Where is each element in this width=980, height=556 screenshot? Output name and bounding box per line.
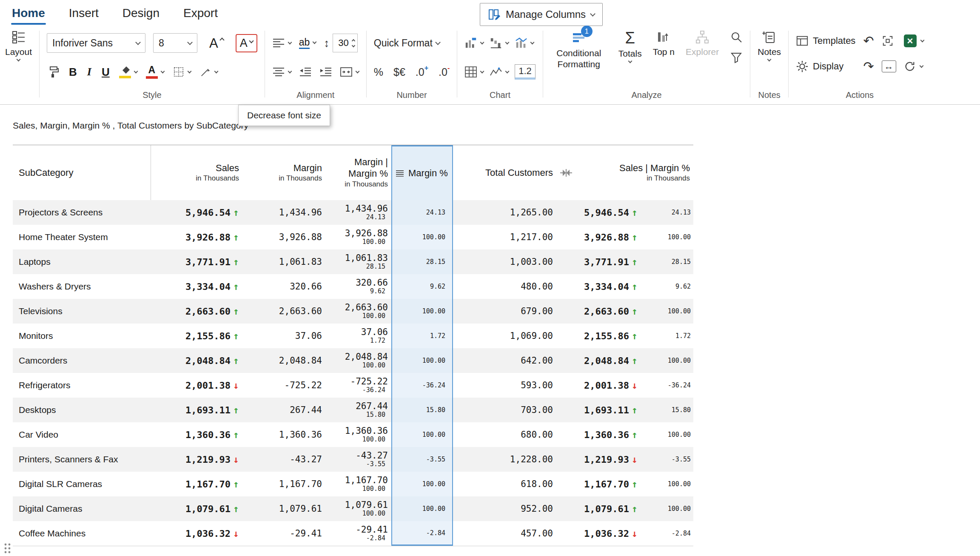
subcategory-cell[interactable]: Car Video xyxy=(13,422,151,447)
fit-width-icon[interactable] xyxy=(882,60,896,72)
stepper-down-icon[interactable] xyxy=(352,43,355,47)
tab-insert[interactable]: Insert xyxy=(68,6,100,21)
sales-combo-cell[interactable]: 3,926.88↑ 100.00 xyxy=(566,225,693,249)
totals-button[interactable]: Σ Totals xyxy=(618,30,642,63)
margin-pct-cell[interactable]: 100.00 xyxy=(391,422,453,447)
margin-combo-cell[interactable]: 1,360.36 100.00 xyxy=(325,422,391,447)
templates-button[interactable]: Templates xyxy=(796,30,855,52)
collapse-columns-icon[interactable] xyxy=(560,169,572,177)
waterfall-chart-button[interactable] xyxy=(490,37,509,49)
table-view-button[interactable] xyxy=(464,66,484,78)
sales-cell[interactable]: 3,926.88↑ xyxy=(151,225,242,249)
sales-combo-cell[interactable]: 1,079.61↑ 100.00 xyxy=(566,496,693,521)
total-customers-cell[interactable]: 1,265.00 xyxy=(453,200,566,225)
subcategory-cell[interactable]: Printers, Scanners & Fax xyxy=(13,447,151,472)
redo-icon[interactable] xyxy=(863,60,874,73)
export-excel-button[interactable] xyxy=(904,30,924,52)
sales-combo-cell[interactable]: 5,946.54↑ 24.13 xyxy=(566,200,693,225)
diagonal-line-button[interactable] xyxy=(199,66,218,78)
vertical-align-button[interactable] xyxy=(272,67,291,77)
font-family-select[interactable]: Inforiver Sans xyxy=(47,33,145,53)
percent-format-button[interactable]: % xyxy=(374,66,383,78)
total-customers-cell[interactable]: 1,003.00 xyxy=(453,249,566,274)
margin-pct-cell[interactable]: 100.00 xyxy=(391,472,453,496)
bar-chart-button[interactable] xyxy=(464,37,484,49)
sales-combo-cell[interactable]: 2,663.60↑ 100.00 xyxy=(566,299,693,324)
sales-cell[interactable]: 2,155.86↑ xyxy=(151,324,242,348)
currency-format-button[interactable]: $€ xyxy=(393,66,405,78)
margin-combo-cell[interactable]: 2,663.60 100.00 xyxy=(325,299,391,324)
subcategory-cell[interactable]: Televisions xyxy=(13,299,151,324)
table-row[interactable]: Laptops 3,771.91↑ 1,061.83 1,061.83 28.1… xyxy=(13,249,693,274)
subcategory-cell[interactable]: Monitors xyxy=(13,324,151,348)
sales-combo-cell[interactable]: 2,001.38↓ -36.24 xyxy=(566,373,693,398)
row-height-input[interactable]: 30 xyxy=(333,34,357,52)
stepper-up-icon[interactable] xyxy=(352,39,355,42)
margin-pct-cell[interactable]: 15.80 xyxy=(391,398,453,422)
sales-combo-cell[interactable]: 3,771.91↑ 28.15 xyxy=(566,249,693,274)
decimal-format-button[interactable]: 1.2 xyxy=(515,64,536,80)
layout-button[interactable]: Layout xyxy=(5,30,32,61)
row-height-control[interactable]: 30 xyxy=(324,34,357,52)
highlight-color-button[interactable] xyxy=(119,66,137,78)
column-menu-icon[interactable] xyxy=(396,170,404,177)
margin-pct-cell[interactable]: 100.00 xyxy=(391,225,453,249)
total-customers-cell[interactable]: 618.00 xyxy=(453,472,566,496)
table-row[interactable]: Projectors & Screens 5,946.54↑ 1,434.96 … xyxy=(13,200,693,225)
sales-combo-cell[interactable]: 1,167.70↑ 100.00 xyxy=(566,472,693,496)
decrease-indent-icon[interactable] xyxy=(299,67,312,77)
sales-cell[interactable]: 3,334.04↑ xyxy=(151,274,242,299)
total-customers-cell[interactable]: 703.00 xyxy=(453,398,566,422)
subcategory-cell[interactable]: Desktops xyxy=(13,398,151,422)
total-customers-cell[interactable]: 642.00 xyxy=(453,348,566,373)
decrease-decimal-button[interactable]: .0- xyxy=(439,66,450,78)
margin-cell[interactable]: 1,061.83 xyxy=(242,249,325,274)
sales-combo-cell[interactable]: 1,360.36↑ 100.00 xyxy=(566,422,693,447)
margin-combo-cell[interactable]: 3,926.88 100.00 xyxy=(325,225,391,249)
wrap-text-button[interactable]: ab xyxy=(299,37,316,49)
sales-combo-cell[interactable]: 1,219.93↓ -3.55 xyxy=(566,447,693,472)
sales-combo-cell[interactable]: 1,693.11↑ 15.80 xyxy=(566,398,693,422)
table-row[interactable]: Monitors 2,155.86↑ 37.06 37.06 1.72 1.72… xyxy=(13,324,693,348)
margin-pct-cell[interactable]: -3.55 xyxy=(391,447,453,472)
column-header-total-customers[interactable]: Total Customers xyxy=(453,145,566,200)
margin-pct-cell[interactable]: 9.62 xyxy=(391,274,453,299)
total-customers-cell[interactable]: 457.00 xyxy=(453,521,566,546)
margin-cell[interactable]: -725.22 xyxy=(242,373,325,398)
margin-combo-cell[interactable]: 1,167.70 100.00 xyxy=(325,472,391,496)
margin-pct-cell[interactable]: 1.72 xyxy=(391,324,453,348)
margin-combo-cell[interactable]: 37.06 1.72 xyxy=(325,324,391,348)
sales-cell[interactable]: 1,079.61↑ xyxy=(151,496,242,521)
drag-handle-icon[interactable] xyxy=(3,542,12,554)
sales-combo-cell[interactable]: 3,334.04↑ 9.62 xyxy=(566,274,693,299)
explorer-button[interactable]: Explorer xyxy=(686,30,719,57)
subcategory-cell[interactable]: Digital SLR Cameras xyxy=(13,472,151,496)
subcategory-cell[interactable]: Projectors & Screens xyxy=(13,200,151,225)
sales-combo-cell[interactable]: 1,036.32↓ -2.84 xyxy=(566,521,693,546)
subcategory-cell[interactable]: Digital Cameras xyxy=(13,496,151,521)
sales-cell[interactable]: 3,771.91↑ xyxy=(151,249,242,274)
margin-combo-cell[interactable]: -43.27 -3.55 xyxy=(325,447,391,472)
table-row[interactable]: Digital Cameras 1,079.61↑ 1,079.61 1,079… xyxy=(13,496,693,521)
sparkline-button[interactable] xyxy=(490,66,509,78)
subcategory-cell[interactable]: Camcorders xyxy=(13,348,151,373)
fit-to-screen-icon[interactable] xyxy=(882,35,894,47)
margin-combo-cell[interactable]: -29.41 -2.84 xyxy=(325,521,391,546)
margin-pct-cell[interactable]: 100.00 xyxy=(391,348,453,373)
font-color-button[interactable]: A xyxy=(146,65,164,79)
column-header-sales-combo[interactable]: Sales | Margin % in Thousands xyxy=(566,145,693,200)
margin-combo-cell[interactable]: 267.44 15.80 xyxy=(325,398,391,422)
sales-cell[interactable]: 1,360.36↑ xyxy=(151,422,242,447)
sales-cell[interactable]: 1,693.11↑ xyxy=(151,398,242,422)
total-customers-cell[interactable]: 680.00 xyxy=(453,422,566,447)
sales-combo-cell[interactable]: 2,048.84↑ 100.00 xyxy=(566,348,693,373)
search-icon[interactable] xyxy=(730,31,743,43)
manage-columns-button[interactable]: Manage Columns xyxy=(480,3,603,26)
increase-indent-icon[interactable] xyxy=(319,67,332,77)
margin-combo-cell[interactable]: 1,061.83 28.15 xyxy=(325,249,391,274)
table-row[interactable]: Televisions 2,663.60↑ 2,663.60 2,663.60 … xyxy=(13,299,693,324)
stepper-buttons[interactable] xyxy=(352,40,355,47)
display-button[interactable]: Display xyxy=(796,55,855,77)
sales-cell[interactable]: 2,048.84↑ xyxy=(151,348,242,373)
margin-cell[interactable]: -29.41 xyxy=(242,521,325,546)
